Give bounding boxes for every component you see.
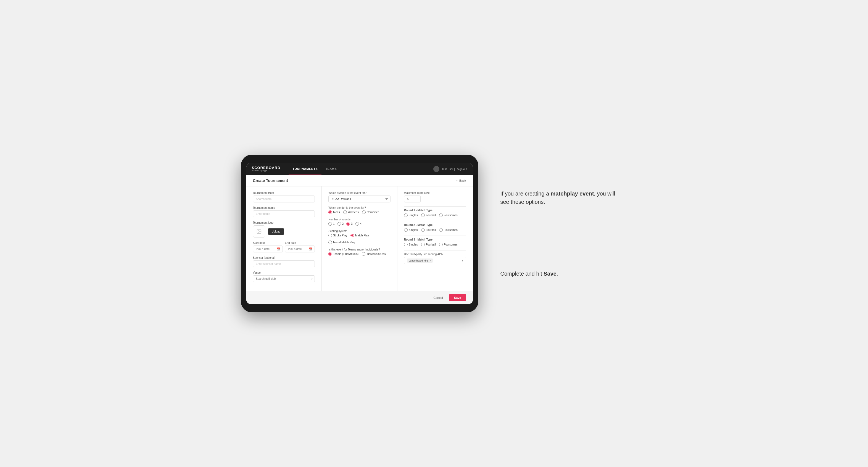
round3-match-type-group: Round 3 - Match Type Singles Fourball xyxy=(404,238,466,246)
user-text: Test User | xyxy=(442,168,455,171)
round3-singles-radio[interactable] xyxy=(404,243,408,246)
gender-combined-radio[interactable] xyxy=(362,211,366,214)
round1-foursomes-label: Foursomes xyxy=(444,214,458,217)
round1-singles[interactable]: Singles xyxy=(404,214,418,217)
tablet-frame: SCOREBOARD Powered by clippit TOURNAMENT… xyxy=(241,155,478,312)
round2-fourball-radio[interactable] xyxy=(421,228,425,232)
tournament-logo-label: Tournament logo xyxy=(253,221,315,224)
cancel-button[interactable]: Cancel xyxy=(430,294,446,301)
gender-womens-radio[interactable] xyxy=(343,211,347,214)
teams-option[interactable]: Teams (+Individuals) xyxy=(329,252,359,256)
scoring-stroke-radio[interactable] xyxy=(329,234,332,237)
tournament-name-input[interactable] xyxy=(253,211,315,217)
tournament-host-input[interactable] xyxy=(253,195,315,203)
outer-wrapper: SCOREBOARD Powered by clippit TOURNAMENT… xyxy=(241,155,627,312)
round2-singles-radio[interactable] xyxy=(404,228,408,232)
start-date-wrap: 📅 xyxy=(253,246,283,252)
logo-upload-area: Upload xyxy=(253,225,315,238)
scoring-medal-radio[interactable] xyxy=(329,241,332,244)
division-select[interactable]: NCAA Division I NCAA Division II NCAA Di… xyxy=(329,195,391,203)
upload-button[interactable]: Upload xyxy=(268,228,284,235)
signout-link[interactable]: Sign out xyxy=(457,168,467,171)
round1-foursomes[interactable]: Foursomes xyxy=(439,214,458,217)
scoring-medal[interactable]: Medal Match Play xyxy=(329,241,355,244)
round-3-radio[interactable] xyxy=(346,222,350,226)
round3-fourball[interactable]: Fourball xyxy=(421,243,436,246)
round3-fourball-radio[interactable] xyxy=(421,243,425,246)
save-button[interactable]: Save xyxy=(449,294,466,301)
round2-foursomes-radio[interactable] xyxy=(439,228,443,232)
round2-foursomes[interactable]: Foursomes xyxy=(439,228,458,232)
venue-input[interactable] xyxy=(253,275,315,282)
round1-match-type-label: Round 1 - Match Type xyxy=(404,209,466,212)
tournament-name-group: Tournament name xyxy=(253,206,315,217)
scoring-stroke[interactable]: Stroke Play xyxy=(329,234,347,237)
divider-3 xyxy=(404,236,466,236)
round1-singles-radio[interactable] xyxy=(404,214,408,217)
gender-womens-label: Womens xyxy=(348,211,359,214)
sponsor-input[interactable] xyxy=(253,260,315,267)
middle-column: Which division is the event for? NCAA Di… xyxy=(322,186,397,291)
round1-fourball-radio[interactable] xyxy=(421,214,425,217)
max-team-size-input[interactable] xyxy=(404,195,421,203)
round-4-label: 4 xyxy=(360,222,362,225)
gender-womens[interactable]: Womens xyxy=(343,211,359,214)
round-3[interactable]: 3 xyxy=(346,222,353,226)
round3-foursomes-label: Foursomes xyxy=(444,243,458,246)
teams-radio-group: Teams (+Individuals) Individuals Only xyxy=(329,252,391,256)
tournament-host-group: Tournament Host xyxy=(253,191,315,203)
round3-foursomes[interactable]: Foursomes xyxy=(439,243,458,246)
nav-tab-teams[interactable]: TEAMS xyxy=(321,163,341,175)
start-date-label: Start date xyxy=(253,241,283,244)
gender-radio-group: Mens Womens Combined xyxy=(329,211,391,214)
logo-placeholder xyxy=(253,225,265,238)
venue-input-wrap: ▾ xyxy=(253,275,315,282)
individuals-radio[interactable] xyxy=(362,252,365,256)
gender-mens[interactable]: Mens xyxy=(329,211,340,214)
round-2[interactable]: 2 xyxy=(338,222,344,226)
sponsor-label: Sponsor (optional) xyxy=(253,256,315,259)
api-select-wrap[interactable]: Leaderboard King × ▾ xyxy=(404,257,466,264)
annotation-panel: If you are creating a matchplay event, y… xyxy=(495,184,627,283)
annotation-bottom: Complete and hit Save. xyxy=(500,270,622,278)
individuals-option[interactable]: Individuals Only xyxy=(362,252,386,256)
division-group: Which division is the event for? NCAA Di… xyxy=(329,191,391,203)
api-group: Use third-party live scoring API? Leader… xyxy=(404,253,466,264)
nav-tab-tournaments[interactable]: TOURNAMENTS xyxy=(288,163,321,175)
rounds-label: Number of rounds xyxy=(329,218,391,221)
round1-singles-label: Singles xyxy=(409,214,418,217)
scoring-match-radio[interactable] xyxy=(350,234,354,237)
round2-singles[interactable]: Singles xyxy=(404,228,418,232)
nav-bar: SCOREBOARD Powered by clippit TOURNAMENT… xyxy=(246,163,473,175)
rounds-group: Number of rounds 1 2 xyxy=(329,218,391,226)
round-4-radio[interactable] xyxy=(355,222,359,226)
round1-foursomes-radio[interactable] xyxy=(439,214,443,217)
round2-fourball[interactable]: Fourball xyxy=(421,228,436,232)
round-1[interactable]: 1 xyxy=(329,222,335,226)
left-column: Tournament Host Tournament name Tourname… xyxy=(246,186,322,291)
round1-fourball[interactable]: Fourball xyxy=(421,214,436,217)
calendar-icon-2: 📅 xyxy=(309,247,313,251)
gender-mens-radio[interactable] xyxy=(329,211,332,214)
round-4[interactable]: 4 xyxy=(355,222,362,226)
round3-singles[interactable]: Singles xyxy=(404,243,418,246)
round2-match-type-group: Round 2 - Match Type Singles Fourball xyxy=(404,223,466,232)
teams-radio[interactable] xyxy=(329,252,332,256)
api-tag: Leaderboard King × xyxy=(407,258,433,262)
round2-match-type-label: Round 2 - Match Type xyxy=(404,223,466,226)
round-2-radio[interactable] xyxy=(338,222,341,226)
divider-1 xyxy=(404,206,466,207)
logo-title: SCOREBOARD xyxy=(252,166,281,169)
end-date-wrap: 📅 xyxy=(285,246,315,252)
round3-fourball-label: Fourball xyxy=(426,243,436,246)
back-link[interactable]: ← Back xyxy=(456,179,466,182)
api-tag-remove[interactable]: × xyxy=(429,259,431,262)
round2-singles-label: Singles xyxy=(409,228,418,231)
gender-combined[interactable]: Combined xyxy=(362,211,379,214)
svg-point-1 xyxy=(258,230,258,231)
round-1-radio[interactable] xyxy=(329,222,332,226)
scoring-match[interactable]: Match Play xyxy=(350,234,369,237)
nav-right: Test User | Sign out xyxy=(433,166,467,172)
scoring-radio-group: Stroke Play Match Play Medal Match Play xyxy=(329,234,391,244)
round3-foursomes-radio[interactable] xyxy=(439,243,443,246)
